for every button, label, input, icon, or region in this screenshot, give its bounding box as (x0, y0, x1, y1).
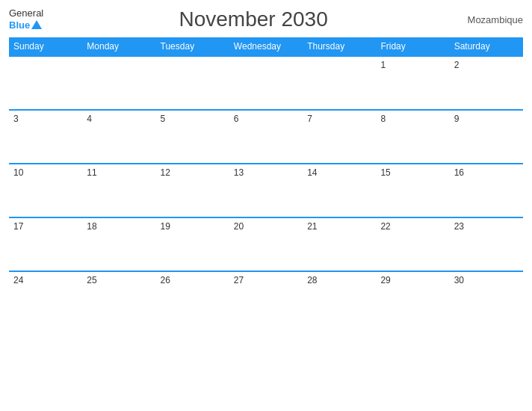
calendar-day: 14 (303, 164, 376, 217)
day-number: 1 (380, 60, 386, 70)
weekday-header-tuesday: Tuesday (156, 37, 229, 56)
calendar-day: 7 (303, 110, 376, 164)
month-title: November 2030 (43, 7, 463, 31)
day-number: 19 (161, 221, 170, 232)
calendar-day: 5 (156, 110, 229, 164)
calendar-day: 19 (156, 217, 229, 271)
day-number: 29 (380, 275, 390, 285)
calendar-day (156, 56, 229, 110)
calendar-day: 29 (376, 271, 449, 325)
day-number: 6 (234, 114, 239, 124)
day-number: 18 (87, 221, 96, 232)
calendar-day: 9 (450, 110, 523, 164)
day-number: 16 (454, 167, 464, 178)
day-number: 24 (13, 275, 23, 285)
day-number: 3 (13, 114, 19, 124)
calendar-day: 27 (229, 271, 303, 325)
calendar-day: 15 (376, 164, 449, 217)
logo: General Blue (9, 8, 43, 30)
calendar-day: 18 (82, 217, 155, 271)
logo-blue-text: Blue (9, 19, 42, 31)
calendar-day (82, 56, 155, 110)
calendar-day: 3 (9, 110, 82, 164)
calendar-day: 23 (450, 217, 523, 271)
calendar-day: 1 (376, 56, 449, 110)
calendar-body: 1234567891011121314151617181920212223242… (9, 56, 523, 325)
calendar-day: 30 (450, 271, 523, 325)
weekday-header-saturday: Saturday (450, 37, 523, 56)
calendar-week-row: 12 (9, 56, 523, 110)
day-number: 2 (454, 60, 460, 70)
calendar-week-row: 3456789 (9, 110, 523, 164)
day-number: 5 (161, 114, 166, 124)
calendar-day: 10 (9, 164, 82, 217)
calendar-week-row: 17181920212223 (9, 217, 523, 271)
calendar-day: 11 (82, 164, 155, 217)
calendar-day: 22 (376, 217, 449, 271)
calendar-day: 12 (156, 164, 229, 217)
day-number: 10 (13, 167, 23, 178)
weekday-header-sunday: Sunday (9, 37, 82, 56)
calendar-day: 4 (82, 110, 155, 164)
calendar-day: 26 (156, 271, 229, 325)
day-number: 13 (234, 167, 244, 178)
calendar-week-row: 10111213141516 (9, 164, 523, 217)
calendar-day: 16 (450, 164, 523, 217)
calendar-day: 13 (229, 164, 303, 217)
weekday-header-wednesday: Wednesday (229, 37, 303, 56)
calendar-day: 20 (229, 217, 303, 271)
day-number: 7 (307, 114, 312, 124)
weekday-header-friday: Friday (376, 37, 449, 56)
day-number: 25 (87, 275, 96, 285)
calendar-day (303, 56, 376, 110)
day-number: 21 (307, 221, 317, 232)
calendar-day-empty (9, 56, 82, 110)
calendar-day: 2 (450, 56, 523, 110)
calendar-header: General Blue November 2030 Mozambique (9, 7, 523, 31)
day-number: 15 (380, 167, 390, 178)
day-number: 22 (380, 221, 390, 232)
day-number: 20 (234, 221, 244, 232)
calendar-table: SundayMondayTuesdayWednesdayThursdayFrid… (9, 37, 523, 325)
day-number: 11 (87, 167, 96, 178)
calendar-day: 21 (303, 217, 376, 271)
day-number: 8 (380, 114, 386, 124)
calendar-day: 17 (9, 217, 82, 271)
day-number: 28 (307, 275, 317, 285)
calendar-header-row: SundayMondayTuesdayWednesdayThursdayFrid… (9, 37, 523, 56)
weekday-header-thursday: Thursday (303, 37, 376, 56)
day-number: 12 (161, 167, 170, 178)
country-label: Mozambique (463, 14, 523, 25)
day-number: 4 (87, 114, 92, 124)
day-number: 23 (454, 221, 464, 232)
logo-general-text: General (9, 8, 43, 19)
day-number: 17 (13, 221, 23, 232)
calendar-day: 28 (303, 271, 376, 325)
day-number: 30 (454, 275, 464, 285)
logo-triangle-icon (31, 20, 42, 29)
calendar-day: 6 (229, 110, 303, 164)
calendar-day (229, 56, 303, 110)
calendar-container: General Blue November 2030 Mozambique Su… (0, 0, 532, 411)
calendar-week-row: 24252627282930 (9, 271, 523, 325)
weekday-header-monday: Monday (82, 37, 155, 56)
calendar-day: 25 (82, 271, 155, 325)
day-number: 27 (234, 275, 244, 285)
calendar-day: 24 (9, 271, 82, 325)
day-number: 14 (307, 167, 317, 178)
day-number: 9 (454, 114, 460, 124)
day-number: 26 (161, 275, 170, 285)
calendar-day: 8 (376, 110, 449, 164)
